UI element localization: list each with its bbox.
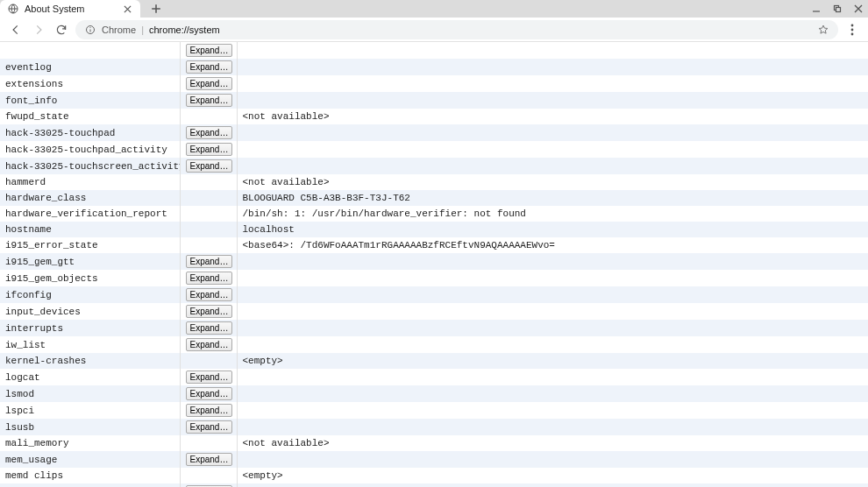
table-row: font_infoExpand…: [0, 92, 868, 109]
reload-button[interactable]: [53, 21, 70, 39]
row-value: [237, 92, 868, 109]
close-icon[interactable]: [121, 3, 133, 15]
table-row: input_devicesExpand…: [0, 303, 868, 320]
row-button-cell: Expand…: [180, 483, 237, 487]
site-info-icon[interactable]: [84, 24, 96, 36]
expand-button[interactable]: Expand…: [186, 404, 233, 417]
table-row: hack-33025-touchpadExpand…: [0, 124, 868, 141]
system-info-content: Expand… eventlogExpand…extensionsExpand……: [0, 42, 868, 487]
table-row: fwupd_state<not available>: [0, 109, 868, 124]
svg-rect-2: [836, 8, 841, 12]
row-button-cell: [180, 468, 237, 483]
row-key: i915_gem_objects: [0, 270, 180, 286]
table-row: i915_gem_objectsExpand…: [0, 270, 868, 286]
row-value: BLOOGUARD C5B-A3B-B3F-T3J-T62: [237, 190, 868, 206]
expand-button[interactable]: Expand…: [186, 255, 233, 268]
expand-button[interactable]: Expand…: [186, 371, 233, 384]
row-key: eventlog: [0, 59, 180, 75]
table-row: logcatExpand…: [0, 369, 868, 385]
expand-button[interactable]: Expand…: [186, 94, 233, 107]
table-row: mem_usageExpand…: [0, 451, 868, 468]
row-value: [237, 303, 868, 320]
maximize-button[interactable]: [829, 1, 845, 17]
bookmark-icon[interactable]: [817, 24, 829, 36]
expand-button[interactable]: Expand…: [186, 321, 233, 335]
row-value: [237, 286, 868, 303]
table-row: eventlogExpand…: [0, 59, 868, 75]
row-key: lsmod: [0, 385, 180, 402]
row-key: hack-33025-touchpad: [0, 124, 180, 141]
expand-button[interactable]: Expand…: [186, 272, 233, 285]
table-row: interruptsExpand…: [0, 320, 868, 336]
forward-button[interactable]: [30, 21, 47, 39]
row-value: [237, 336, 868, 353]
table-row: hack-33025-touchscreen_activityExpand…: [0, 158, 868, 174]
row-key: font_info: [0, 92, 180, 109]
row-value: [237, 124, 868, 141]
table-row: mali_memory<not available>: [0, 435, 868, 451]
row-value: [237, 75, 868, 92]
expand-button[interactable]: Expand…: [186, 305, 233, 318]
row-value: /bin/sh: 1: /usr/bin/hardware_verifier: …: [237, 206, 868, 222]
address-separator: |: [141, 25, 144, 35]
row-button-cell: Expand…: [180, 124, 237, 141]
row-value: <not available>: [237, 109, 868, 124]
table-row: Expand…: [0, 42, 868, 59]
row-value: <not available>: [237, 174, 868, 190]
expand-button[interactable]: Expand…: [186, 338, 233, 351]
address-bar[interactable]: Chrome | chrome://system: [75, 20, 838, 39]
expand-button[interactable]: Expand…: [186, 60, 233, 74]
row-value: [237, 483, 868, 487]
row-button-cell: Expand…: [180, 253, 237, 270]
row-button-cell: [180, 435, 237, 451]
table-row: memd clips<empty>: [0, 468, 868, 483]
row-value: localhost: [237, 222, 868, 237]
row-key: interrupts: [0, 320, 180, 336]
row-button-cell: Expand…: [180, 451, 237, 468]
expand-button[interactable]: Expand…: [186, 159, 233, 173]
browser-menu-button[interactable]: [843, 21, 861, 39]
row-value: [237, 402, 868, 419]
table-row: i915_gem_gttExpand…: [0, 253, 868, 270]
row-button-cell: Expand…: [180, 75, 237, 92]
row-value: <not available>: [237, 435, 868, 451]
row-value: [237, 253, 868, 270]
expand-button[interactable]: Expand…: [186, 453, 233, 466]
table-row: hardware_classBLOOGUARD C5B-A3B-B3F-T3J-…: [0, 190, 868, 206]
new-tab-button[interactable]: [146, 0, 167, 18]
row-button-cell: Expand…: [180, 141, 237, 158]
row-value: [237, 270, 868, 286]
table-row: kernel-crashes<empty>: [0, 353, 868, 369]
browser-tab-about-system[interactable]: About System: [0, 0, 140, 18]
table-row: lspciExpand…: [0, 402, 868, 419]
expand-button[interactable]: Expand…: [186, 44, 233, 57]
expand-button[interactable]: Expand…: [186, 143, 233, 156]
back-button[interactable]: [7, 21, 25, 39]
row-value: [237, 369, 868, 385]
system-info-table: Expand… eventlogExpand…extensionsExpand……: [0, 42, 868, 487]
table-row: lsusbExpand…: [0, 419, 868, 435]
row-value: [237, 451, 868, 468]
row-value: [237, 141, 868, 158]
browser-toolbar: Chrome | chrome://system: [0, 18, 868, 42]
row-key: logcat: [0, 369, 180, 385]
row-key: i915_error_state: [0, 237, 180, 253]
close-window-button[interactable]: [850, 1, 866, 17]
expand-button[interactable]: Expand…: [186, 288, 233, 301]
row-key: fwupd_state: [0, 109, 180, 124]
row-button-cell: [180, 174, 237, 190]
row-value: <empty>: [237, 468, 868, 483]
expand-button[interactable]: Expand…: [186, 420, 233, 434]
row-key: lspci: [0, 402, 180, 419]
minimize-button[interactable]: [808, 1, 824, 17]
address-chip: Chrome: [102, 25, 136, 35]
row-button-cell: Expand…: [180, 336, 237, 353]
row-button-cell: Expand…: [180, 419, 237, 435]
table-row: memd.parametersExpand…: [0, 483, 868, 487]
expand-button[interactable]: Expand…: [186, 126, 233, 139]
row-key: input_devices: [0, 303, 180, 320]
expand-button[interactable]: Expand…: [186, 77, 233, 90]
row-key: hammerd: [0, 174, 180, 190]
expand-button[interactable]: Expand…: [186, 387, 233, 400]
svg-point-4: [89, 26, 90, 27]
